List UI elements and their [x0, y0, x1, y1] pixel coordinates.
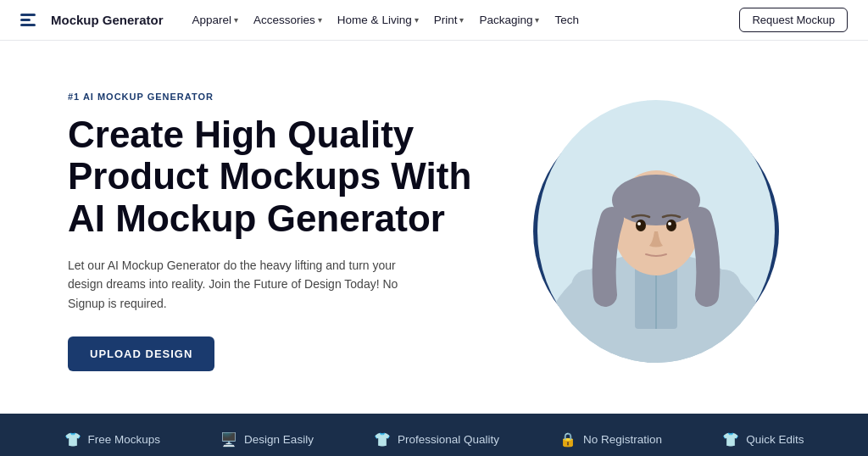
nav-item-home-living[interactable]: Home & Living ▾ [332, 10, 424, 30]
footer-label-no-registration: No Registration [583, 433, 662, 446]
nav-label-accessories: Accessories [253, 14, 315, 26]
nav-label-tech: Tech [554, 14, 579, 26]
svg-point-9 [666, 220, 676, 231]
footer-label-free-mockups: Free Mockups [88, 433, 161, 446]
chevron-down-icon: ▾ [535, 15, 539, 25]
chevron-down-icon: ▾ [415, 15, 419, 25]
nav-item-tech[interactable]: Tech [549, 10, 584, 30]
nav-label-apparel: Apparel [192, 14, 232, 26]
footer-label-quick-edits: Quick Edits [746, 433, 804, 446]
footer-item-professional-quality: 👕 Professional Quality [374, 431, 499, 448]
footer-label-design-easily: Design Easily [244, 433, 314, 446]
logo[interactable]: Mockup Generator [20, 12, 164, 29]
nav-label-packaging: Packaging [479, 14, 532, 26]
hero-description: Let our AI Mockup Generator do the heavy… [68, 256, 424, 313]
nav-item-print[interactable]: Print ▾ [429, 10, 470, 30]
footer-label-professional-quality: Professional Quality [398, 433, 499, 446]
tshirt-icon-3: 👕 [722, 431, 739, 448]
footer-item-no-registration: 🔒 No Registration [559, 431, 662, 448]
svg-point-11 [668, 222, 671, 225]
nav-label-print: Print [434, 14, 458, 26]
lock-icon: 🔒 [559, 431, 576, 448]
hero-title: Create High Quality Product Mockups With… [68, 114, 492, 239]
request-mockup-button[interactable]: Request Mockup [739, 8, 848, 32]
brand-name: Mockup Generator [51, 13, 164, 27]
navbar: Mockup Generator Apparel ▾ Accessories ▾… [0, 0, 868, 41]
footer-item-free-mockups: 👕 Free Mockups [64, 431, 161, 448]
nav-label-home-living: Home & Living [337, 14, 412, 26]
footer-item-quick-edits: 👕 Quick Edits [722, 431, 804, 448]
tshirt-icon-2: 👕 [374, 431, 391, 448]
nav-left: Mockup Generator Apparel ▾ Accessories ▾… [20, 10, 584, 30]
person-svg [537, 100, 775, 363]
footer-item-design-easily: 🖥️ Design Easily [220, 431, 314, 448]
nav-item-accessories[interactable]: Accessories ▾ [248, 10, 327, 30]
hero-content: #1 AI Mockup Generator Create High Quali… [68, 92, 492, 371]
nav-menu: Apparel ▾ Accessories ▾ Home & Living ▾ … [187, 10, 584, 30]
tshirt-icon-1: 👕 [64, 431, 81, 448]
footer-bar: 👕 Free Mockups 🖥️ Design Easily 👕 Profes… [0, 414, 868, 456]
hero-section: #1 AI Mockup Generator Create High Quali… [0, 41, 868, 414]
chevron-down-icon: ▾ [318, 15, 322, 25]
monitor-icon: 🖥️ [220, 431, 237, 448]
hero-image-area [512, 87, 800, 375]
chevron-down-icon: ▾ [459, 15, 464, 25]
logo-icon [20, 12, 44, 29]
hero-badge: #1 AI Mockup Generator [68, 92, 492, 102]
nav-item-apparel[interactable]: Apparel ▾ [187, 10, 244, 30]
svg-point-7 [612, 175, 700, 225]
svg-point-8 [636, 220, 646, 231]
nav-item-packaging[interactable]: Packaging ▾ [474, 10, 544, 30]
upload-design-button[interactable]: UPLOAD DESIGN [68, 336, 214, 371]
chevron-down-icon: ▾ [234, 15, 238, 25]
hero-person-image [537, 100, 775, 363]
svg-point-10 [637, 222, 641, 225]
